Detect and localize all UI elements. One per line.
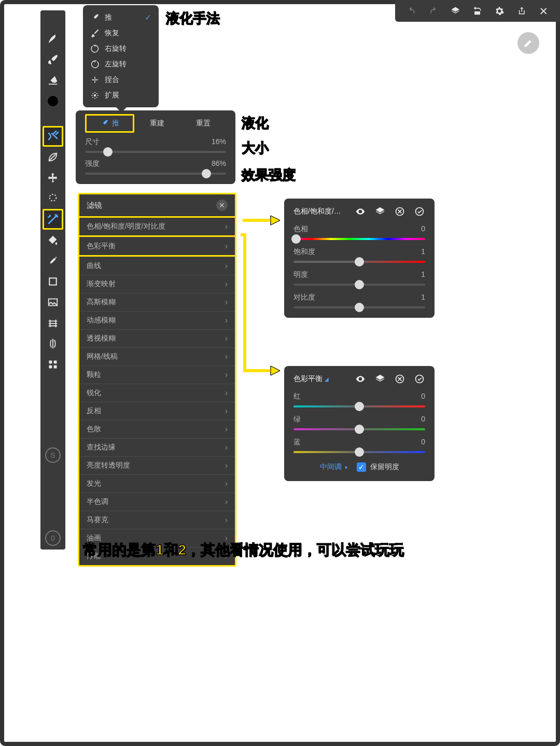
perspective-tool[interactable] — [43, 313, 63, 333]
move-tool[interactable] — [43, 167, 63, 188]
filter-row[interactable]: 马赛克› — [79, 511, 235, 529]
liquify-tab-rebuild[interactable]: 重建 — [134, 116, 180, 131]
chevron-right-icon: › — [225, 261, 228, 271]
symmetry-tool[interactable] — [43, 333, 63, 354]
filter-close-icon[interactable]: ✕ — [216, 200, 228, 211]
svg-point-1 — [50, 194, 57, 201]
filter-row[interactable]: 颗粒› — [79, 365, 235, 384]
share-icon[interactable] — [517, 6, 527, 16]
filter-row[interactable]: 色彩平衡› — [79, 237, 235, 257]
red-slider[interactable] — [293, 405, 425, 407]
filter-row[interactable]: 动感模糊› — [79, 311, 235, 329]
chevron-right-icon: › — [225, 515, 228, 525]
arrow-icon — [241, 213, 282, 228]
liquify-tab-reset[interactable]: 重置 — [180, 116, 226, 131]
filter-row-label: 马赛克 — [87, 515, 108, 525]
layers-icon[interactable] — [451, 6, 460, 16]
preserve-lum-checkbox[interactable]: ✓ 保留明度 — [357, 462, 399, 472]
undo-icon[interactable] — [407, 6, 416, 16]
zero-button[interactable]: 0 — [45, 530, 61, 546]
confirm-circle-icon[interactable] — [414, 206, 425, 217]
eyedropper-tool[interactable] — [43, 250, 63, 271]
filter-row[interactable]: 渐变映射› — [79, 275, 235, 293]
chevron-right-icon: › — [225, 388, 228, 398]
arrow-icon — [239, 231, 285, 381]
filter-row[interactable]: 半色调› — [79, 492, 235, 511]
filter-row[interactable]: 查找边缘› — [79, 438, 235, 456]
filter-row[interactable]: 色散› — [79, 420, 235, 438]
hue-slider[interactable] — [293, 238, 425, 240]
filter-row-label: 查找边缘 — [87, 443, 116, 452]
lig-slider[interactable] — [293, 284, 425, 286]
cancel-circle-icon[interactable] — [394, 373, 405, 385]
color-balance-panel: 色彩平衡 ◢ 红0 绿0 蓝0 中间调 ✓ 保留明度 — [284, 366, 435, 481]
lasso-tool[interactable] — [43, 188, 63, 209]
eraser-tool[interactable] — [43, 70, 63, 91]
liquify-item-pinch[interactable]: 捏合 — [83, 72, 159, 88]
top-toolbar — [395, 0, 560, 22]
liquify-item-restore[interactable]: 恢复 — [83, 25, 159, 41]
cancel-circle-icon[interactable] — [394, 206, 405, 217]
sat-slider[interactable] — [293, 261, 425, 263]
liquify-item-label: 扩展 — [105, 91, 119, 100]
liquify-item-label: 恢复 — [105, 29, 119, 38]
liquify-item-twirl-r[interactable]: 右旋转 — [83, 41, 159, 57]
wand-tool[interactable] — [43, 209, 63, 230]
filter-row[interactable]: 透视模糊› — [79, 329, 235, 347]
redo-icon[interactable] — [429, 6, 439, 16]
liquify-menu: 推 ✓ 恢复 右旋转 左旋转 捏合 扩展 — [83, 5, 159, 107]
strength-label: 强度 — [85, 159, 100, 168]
filter-row[interactable]: 色相/饱和度/明度/对比度› — [79, 216, 235, 237]
image-tool[interactable] — [43, 292, 63, 313]
edit-fab[interactable] — [517, 32, 539, 54]
filter-row-label: 高斯模糊 — [87, 298, 116, 307]
midtone-dropdown[interactable]: 中间调 — [320, 462, 347, 472]
anno-liquify-method: 液化手法 — [166, 9, 220, 27]
layers-icon[interactable] — [374, 373, 386, 385]
s-button[interactable]: S — [45, 447, 61, 463]
check-icon: ✓ — [145, 12, 151, 22]
liquify-item-expand[interactable]: 扩展 — [83, 88, 159, 103]
green-slider[interactable] — [293, 428, 425, 430]
svg-point-12 — [416, 375, 424, 383]
filter-row[interactable]: 反相› — [79, 402, 235, 420]
chevron-right-icon: › — [225, 316, 228, 325]
blue-slider[interactable] — [293, 451, 425, 453]
strength-slider[interactable] — [85, 173, 226, 175]
liquify-item-twirl-l[interactable]: 左旋转 — [83, 57, 159, 72]
liquify-item-push[interactable]: 推 ✓ — [83, 9, 159, 25]
eye-icon[interactable] — [355, 373, 366, 385]
svg-point-0 — [48, 96, 58, 106]
liquify-tool[interactable] — [43, 126, 63, 147]
con-slider[interactable] — [293, 306, 425, 308]
filter-row[interactable]: 锐化› — [79, 384, 235, 402]
filter-row-label: 渐变映射 — [87, 279, 116, 289]
brush-tool[interactable] — [43, 49, 63, 70]
layers-icon[interactable] — [374, 206, 386, 217]
chevron-right-icon: › — [225, 242, 228, 251]
filter-row[interactable]: 曲线› — [79, 257, 235, 275]
filter-row[interactable]: 网格/线稿› — [79, 347, 235, 365]
bucket-tool[interactable] — [43, 230, 63, 250]
eye-icon[interactable] — [355, 206, 366, 217]
pen-tool[interactable] — [43, 29, 63, 49]
rotate-icon[interactable] — [473, 6, 483, 16]
filter-row-label: 发光 — [87, 479, 101, 488]
size-slider[interactable] — [85, 151, 226, 153]
shape-tool[interactable] — [43, 271, 63, 292]
settings-icon[interactable] — [495, 6, 505, 16]
grid-tool[interactable] — [43, 354, 63, 375]
svg-point-8 — [94, 94, 96, 97]
liquify-tab-active[interactable]: 推 — [85, 114, 134, 133]
filter-row[interactable]: 高斯模糊› — [79, 293, 235, 311]
filter-row[interactable]: 亮度转透明度› — [79, 456, 235, 474]
liquify-item-label: 右旋转 — [105, 44, 127, 53]
close-icon[interactable] — [539, 6, 549, 16]
anno-liquify: 液化 — [242, 114, 269, 132]
leaf-tool[interactable] — [43, 147, 63, 167]
color-dot[interactable] — [43, 91, 63, 111]
confirm-circle-icon[interactable] — [414, 373, 425, 385]
filter-row[interactable]: 发光› — [79, 474, 235, 492]
filter-row-label: 透视模糊 — [87, 334, 116, 343]
svg-rect-7 — [54, 365, 57, 369]
